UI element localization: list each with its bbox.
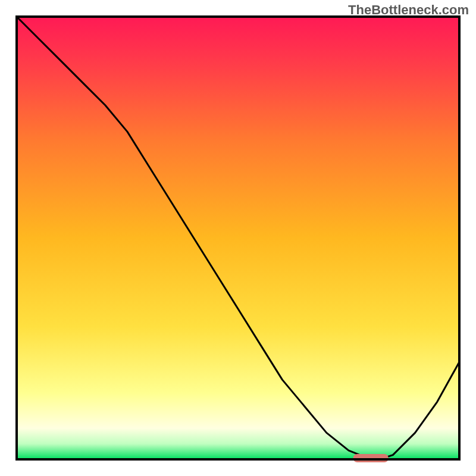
watermark-text: TheBottleneck.com — [348, 2, 469, 18]
bottleneck-chart — [0, 0, 476, 476]
chart-container: TheBottleneck.com — [0, 0, 476, 476]
